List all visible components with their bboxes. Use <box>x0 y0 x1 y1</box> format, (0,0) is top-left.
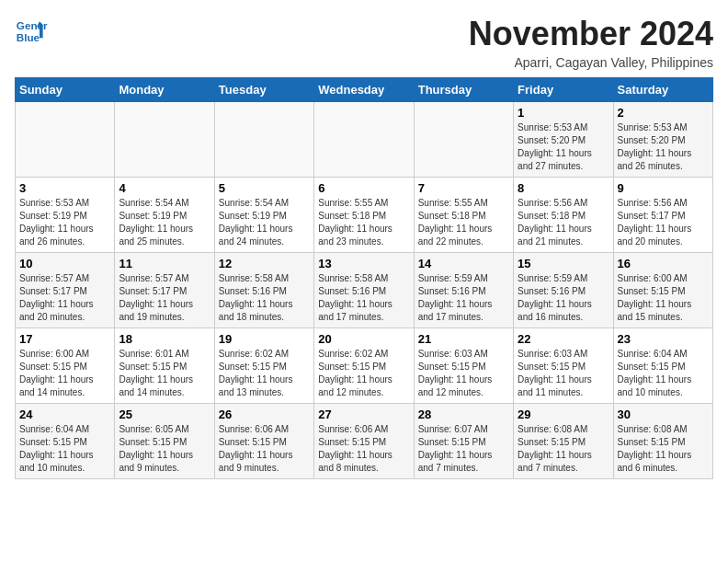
day-number: 26 <box>219 408 310 421</box>
day-cell: 1Sunrise: 5:53 AMSunset: 5:20 PMDaylight… <box>514 102 613 178</box>
day-cell: 20Sunrise: 6:02 AMSunset: 5:15 PMDayligh… <box>314 328 414 404</box>
day-number: 4 <box>119 181 210 195</box>
weekday-wednesday: Wednesday <box>314 78 414 102</box>
day-info: Sunrise: 6:05 AMSunset: 5:15 PMDaylight:… <box>119 423 210 475</box>
day-info: Sunrise: 6:08 AMSunset: 5:15 PMDaylight:… <box>518 423 609 475</box>
day-cell: 11Sunrise: 5:57 AMSunset: 5:17 PMDayligh… <box>115 253 214 328</box>
week-row-1: 1Sunrise: 5:53 AMSunset: 5:20 PMDaylight… <box>16 102 713 178</box>
day-number: 14 <box>418 257 509 270</box>
day-info: Sunrise: 6:06 AMSunset: 5:15 PMDaylight:… <box>219 423 310 475</box>
day-number: 25 <box>119 408 210 421</box>
day-cell: 12Sunrise: 5:58 AMSunset: 5:16 PMDayligh… <box>214 253 313 328</box>
day-info: Sunrise: 5:54 AMSunset: 5:19 PMDaylight:… <box>219 197 310 248</box>
day-number: 3 <box>19 181 110 195</box>
day-cell: 28Sunrise: 6:07 AMSunset: 5:15 PMDayligh… <box>414 404 513 479</box>
day-number: 15 <box>518 257 609 270</box>
day-cell: 17Sunrise: 6:00 AMSunset: 5:15 PMDayligh… <box>16 328 115 404</box>
day-number: 6 <box>318 181 409 195</box>
weekday-saturday: Saturday <box>613 78 712 102</box>
day-info: Sunrise: 5:58 AMSunset: 5:16 PMDaylight:… <box>219 272 310 324</box>
day-number: 21 <box>418 332 509 346</box>
day-cell: 2Sunrise: 5:53 AMSunset: 5:20 PMDaylight… <box>613 102 712 178</box>
day-number: 7 <box>418 181 509 195</box>
day-cell: 15Sunrise: 5:59 AMSunset: 5:16 PMDayligh… <box>514 253 613 328</box>
day-number: 10 <box>19 257 110 270</box>
day-cell <box>214 102 313 178</box>
day-cell: 21Sunrise: 6:03 AMSunset: 5:15 PMDayligh… <box>414 328 513 404</box>
day-cell: 25Sunrise: 6:05 AMSunset: 5:15 PMDayligh… <box>115 404 214 479</box>
day-info: Sunrise: 6:02 AMSunset: 5:15 PMDaylight:… <box>318 348 409 399</box>
day-number: 24 <box>19 408 110 421</box>
day-number: 17 <box>19 332 110 346</box>
day-number: 22 <box>518 332 609 346</box>
day-cell: 9Sunrise: 5:56 AMSunset: 5:17 PMDaylight… <box>613 178 712 253</box>
day-info: Sunrise: 6:06 AMSunset: 5:15 PMDaylight:… <box>318 423 409 475</box>
day-number: 18 <box>119 332 210 346</box>
day-cell: 16Sunrise: 6:00 AMSunset: 5:15 PMDayligh… <box>613 253 712 328</box>
day-cell: 29Sunrise: 6:08 AMSunset: 5:15 PMDayligh… <box>514 404 613 479</box>
day-number: 20 <box>318 332 409 346</box>
day-number: 2 <box>618 106 709 120</box>
svg-text:Blue: Blue <box>17 31 40 43</box>
day-info: Sunrise: 6:03 AMSunset: 5:15 PMDaylight:… <box>518 348 609 399</box>
day-cell: 14Sunrise: 5:59 AMSunset: 5:16 PMDayligh… <box>414 253 513 328</box>
day-info: Sunrise: 5:59 AMSunset: 5:16 PMDaylight:… <box>418 272 509 324</box>
day-info: Sunrise: 5:59 AMSunset: 5:16 PMDaylight:… <box>518 272 609 324</box>
title-block: November 2024 Aparri, Cagayan Valley, Ph… <box>469 15 713 70</box>
day-cell: 30Sunrise: 6:08 AMSunset: 5:15 PMDayligh… <box>613 404 712 479</box>
day-cell: 27Sunrise: 6:06 AMSunset: 5:15 PMDayligh… <box>314 404 414 479</box>
weekday-thursday: Thursday <box>414 78 513 102</box>
day-info: Sunrise: 5:57 AMSunset: 5:17 PMDaylight:… <box>119 272 210 324</box>
day-info: Sunrise: 5:55 AMSunset: 5:18 PMDaylight:… <box>418 197 509 248</box>
day-number: 27 <box>318 408 409 421</box>
day-cell: 23Sunrise: 6:04 AMSunset: 5:15 PMDayligh… <box>613 328 712 404</box>
day-cell <box>314 102 414 178</box>
logo: General Blue <box>15 15 48 48</box>
logo-icon: General Blue <box>15 15 48 48</box>
day-info: Sunrise: 6:01 AMSunset: 5:15 PMDaylight:… <box>119 348 210 399</box>
weekday-sunday: Sunday <box>16 78 115 102</box>
day-cell <box>115 102 214 178</box>
day-info: Sunrise: 5:53 AMSunset: 5:19 PMDaylight:… <box>19 197 110 248</box>
day-cell: 3Sunrise: 5:53 AMSunset: 5:19 PMDaylight… <box>16 178 115 253</box>
day-info: Sunrise: 6:00 AMSunset: 5:15 PMDaylight:… <box>19 348 110 399</box>
day-info: Sunrise: 5:53 AMSunset: 5:20 PMDaylight:… <box>618 121 709 173</box>
day-cell: 22Sunrise: 6:03 AMSunset: 5:15 PMDayligh… <box>514 328 613 404</box>
day-cell: 13Sunrise: 5:58 AMSunset: 5:16 PMDayligh… <box>314 253 414 328</box>
day-cell: 7Sunrise: 5:55 AMSunset: 5:18 PMDaylight… <box>414 178 513 253</box>
day-cell: 26Sunrise: 6:06 AMSunset: 5:15 PMDayligh… <box>214 404 313 479</box>
calendar-body: 1Sunrise: 5:53 AMSunset: 5:20 PMDaylight… <box>16 102 713 479</box>
day-cell: 18Sunrise: 6:01 AMSunset: 5:15 PMDayligh… <box>115 328 214 404</box>
calendar-table: SundayMondayTuesdayWednesdayThursdayFrid… <box>15 77 713 479</box>
day-number: 12 <box>219 257 310 270</box>
location: Aparri, Cagayan Valley, Philippines <box>469 55 713 70</box>
weekday-tuesday: Tuesday <box>214 78 313 102</box>
day-info: Sunrise: 6:00 AMSunset: 5:15 PMDaylight:… <box>618 272 709 324</box>
day-info: Sunrise: 5:57 AMSunset: 5:17 PMDaylight:… <box>19 272 110 324</box>
day-info: Sunrise: 5:56 AMSunset: 5:17 PMDaylight:… <box>618 197 709 248</box>
day-number: 28 <box>418 408 509 421</box>
weekday-header-row: SundayMondayTuesdayWednesdayThursdayFrid… <box>16 78 713 102</box>
month-title: November 2024 <box>469 15 713 53</box>
day-number: 29 <box>518 408 609 421</box>
page-header: General Blue November 2024 Aparri, Cagay… <box>15 15 713 70</box>
day-number: 9 <box>618 181 709 195</box>
day-number: 16 <box>618 257 709 270</box>
week-row-3: 10Sunrise: 5:57 AMSunset: 5:17 PMDayligh… <box>16 253 713 328</box>
day-info: Sunrise: 6:03 AMSunset: 5:15 PMDaylight:… <box>418 348 509 399</box>
day-cell <box>16 102 115 178</box>
day-info: Sunrise: 6:07 AMSunset: 5:15 PMDaylight:… <box>418 423 509 475</box>
day-number: 23 <box>618 332 709 346</box>
day-number: 19 <box>219 332 310 346</box>
weekday-friday: Friday <box>514 78 613 102</box>
weekday-monday: Monday <box>115 78 214 102</box>
day-info: Sunrise: 6:02 AMSunset: 5:15 PMDaylight:… <box>219 348 310 399</box>
day-cell: 4Sunrise: 5:54 AMSunset: 5:19 PMDaylight… <box>115 178 214 253</box>
day-cell: 10Sunrise: 5:57 AMSunset: 5:17 PMDayligh… <box>16 253 115 328</box>
day-info: Sunrise: 5:56 AMSunset: 5:18 PMDaylight:… <box>518 197 609 248</box>
day-info: Sunrise: 5:53 AMSunset: 5:20 PMDaylight:… <box>518 121 609 173</box>
day-number: 13 <box>318 257 409 270</box>
day-cell <box>414 102 513 178</box>
week-row-4: 17Sunrise: 6:00 AMSunset: 5:15 PMDayligh… <box>16 328 713 404</box>
day-info: Sunrise: 5:54 AMSunset: 5:19 PMDaylight:… <box>119 197 210 248</box>
